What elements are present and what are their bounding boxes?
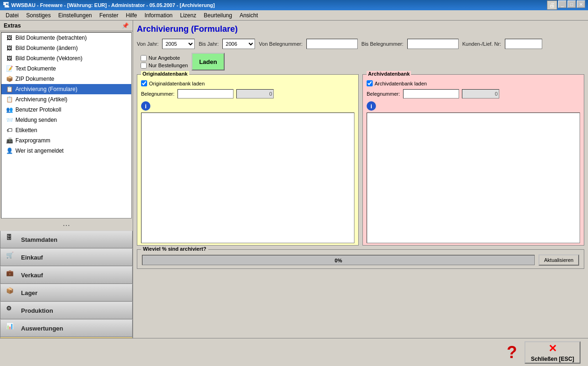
menu-sonstiges[interactable]: Sonstiges — [22, 11, 55, 20]
progress-section: Wieviel % sind archiviert? 0% Aktualisie… — [137, 249, 584, 269]
sidebar-resize-handle[interactable]: ⋯ — [0, 219, 133, 231]
bild-vektoren-icon: 🖼 — [5, 54, 14, 63]
menu-einstellungen[interactable]: Einstellungen — [55, 11, 96, 20]
nav-auswertungen[interactable]: 📊 Auswertungen — [0, 319, 133, 337]
menu-fenster[interactable]: Fenster — [96, 11, 122, 20]
panels-row: Originaldatenbank Originaldatenbank lade… — [137, 74, 584, 246]
aktualisieren-button[interactable]: Aktualisieren — [538, 254, 579, 266]
nur-bestellungen-checkbox[interactable] — [141, 63, 147, 69]
content-area: Archivierung (Formulare) Von Jahr: 2005 … — [133, 21, 588, 366]
tree-item-archivierung-artikel[interactable]: 📋 Archivierung (Artikel) — [1, 94, 131, 105]
app-logo: 🏗 — [3, 1, 9, 9]
auswertungen-icon: 📊 — [6, 323, 17, 334]
tree-item-bild-betrachten[interactable]: 🖼 Bild Dokumente (betrachten) — [1, 33, 131, 43]
maximize-button[interactable]: □ — [567, 0, 576, 8]
kunden-input[interactable] — [505, 39, 542, 49]
progress-bar: 0% — [142, 255, 535, 265]
archivierung-artikel-icon: 📋 — [5, 95, 14, 104]
bottom-bar: ? ✕ Schließen [ESC] — [0, 338, 588, 366]
bis-jahr-select[interactable]: 2006 2003200420052007 — [222, 39, 255, 49]
nur-bestellungen-label: Nur Bestellungen — [149, 63, 188, 68]
tree-item-meldung-senden[interactable]: 📨 Meldung senden — [1, 115, 131, 125]
lager-icon: 📦 — [6, 287, 17, 298]
nav-produktion[interactable]: ⚙ Produktion — [0, 302, 133, 319]
von-jahr-select[interactable]: 2005 2003200420062007 — [162, 39, 195, 49]
minimize-button[interactable]: _ — [558, 0, 567, 8]
menu-ansicht[interactable]: Ansicht — [236, 11, 262, 20]
menu-information[interactable]: Information — [141, 11, 176, 20]
sidebar-header: Extras 📌 — [0, 21, 133, 31]
menu-lizenz[interactable]: Lizenz — [177, 11, 200, 20]
zip-dokumente-icon: 📦 — [5, 75, 14, 83]
original-panel: Originaldatenbank Originaldatenbank lade… — [137, 74, 359, 246]
text-dokumente-icon: 📝 — [5, 64, 14, 73]
stammdaten-icon: 🗄 — [6, 234, 17, 245]
help-icon[interactable]: ? — [507, 343, 517, 362]
arch-info-icon: i — [367, 101, 376, 111]
orig-info-icon: i — [141, 101, 150, 111]
main-layout: Extras 📌 🖼 Bild Dokumente (betrachten) 🖼… — [0, 21, 588, 366]
tree-item-benutzer-protokoll[interactable]: 👥 Benutzer Protokoll — [1, 105, 131, 115]
tree-item-archivierung-formulare[interactable]: 📋 Archivierung (Formulare) — [1, 84, 131, 94]
einkauf-icon: 🛒 — [6, 252, 17, 263]
archive-panel-legend: Archivdatenbank — [367, 71, 411, 77]
von-beleg-input[interactable] — [306, 39, 358, 49]
arch-checkbox[interactable] — [367, 80, 373, 86]
bis-beleg-input[interactable] — [407, 39, 459, 49]
menu-beurteilung[interactable]: Beurteilung — [200, 11, 236, 20]
von-beleg-label: Von Belegnummer: — [259, 41, 303, 47]
archivierung-formulare-icon: 📋 — [5, 85, 14, 93]
etiketten-icon: 🏷 — [5, 126, 14, 134]
printer-icon[interactable]: 🖨 — [547, 0, 557, 10]
tree-item-bild-vektoren[interactable]: 🖼 Bild Dokumente (Vektoren) — [1, 53, 131, 63]
close-label: Schließen [ESC] — [531, 356, 574, 362]
meldung-senden-icon: 📨 — [5, 116, 14, 124]
original-panel-legend: Originaldatenbank — [141, 71, 189, 77]
orig-checkbox-row: Originaldatenbank laden — [141, 80, 354, 86]
arch-checkbox-label: Archivdatenbank laden — [375, 81, 427, 86]
sidebar-tree: 🖼 Bild Dokumente (betrachten) 🖼 Bild Dok… — [1, 32, 132, 218]
arch-log — [367, 113, 580, 243]
arch-beleg-input[interactable] — [403, 89, 459, 99]
title-text: WWSBAU - Freeware - [Währung: EUR] - Adm… — [11, 2, 215, 8]
menu-datei[interactable]: Datei — [2, 11, 22, 20]
nav-einkauf[interactable]: 🛒 Einkauf — [0, 248, 133, 266]
verkauf-icon: 💼 — [6, 269, 17, 281]
tree-item-zip-dokumente[interactable]: 📦 ZIP Dokumente — [1, 74, 131, 84]
nur-angebote-checkbox[interactable] — [141, 55, 147, 61]
close-x-icon: ✕ — [548, 343, 557, 355]
tree-item-bild-aendern[interactable]: 🖼 Bild Dokumente (ändern) — [1, 43, 131, 53]
menu-hilfe[interactable]: Hilfe — [122, 11, 141, 20]
pin-icon[interactable]: 📌 — [122, 22, 129, 29]
tree-item-faxprogramm[interactable]: 📠 Faxprogramm — [1, 135, 131, 146]
sidebar-nav: 🗄 Stammdaten 🛒 Einkauf 💼 Verkauf 📦 Lager… — [0, 231, 133, 355]
close-esc-button[interactable]: ✕ Schließen [ESC] — [524, 341, 581, 364]
laden-button[interactable]: Laden — [191, 53, 224, 70]
bis-beleg-label: Bis Belegnummer: — [361, 41, 404, 47]
von-jahr-label: Von Jahr: — [137, 41, 158, 47]
orig-checkbox[interactable] — [141, 80, 147, 86]
menu-bar: Datei Sonstiges Einstellungen Fenster Hi… — [0, 10, 588, 21]
orig-checkbox-label: Originaldatenbank laden — [149, 81, 205, 86]
progress-label: 0% — [142, 255, 534, 266]
close-button[interactable]: ✕ — [577, 0, 585, 8]
nav-lager[interactable]: 📦 Lager — [0, 284, 133, 302]
progress-legend: Wieviel % sind archiviert? — [141, 246, 208, 252]
kunden-label: Kunden-/Lief. Nr: — [462, 41, 501, 47]
tree-item-etiketten[interactable]: 🏷 Etiketten — [1, 125, 131, 135]
tree-item-wer-angemeldet[interactable]: 👤 Wer ist angemeldet — [1, 146, 131, 156]
checkbox-group: Nur Angebote Nur Bestellungen — [141, 55, 188, 69]
wer-angemeldet-icon: 👤 — [5, 147, 14, 155]
arch-beleg-num — [462, 89, 499, 99]
window-controls: 🖨 _ □ ✕ — [547, 0, 585, 10]
nav-stammdaten[interactable]: 🗄 Stammdaten — [0, 231, 133, 248]
nur-bestellungen-row: Nur Bestellungen — [141, 63, 188, 69]
orig-beleg-input[interactable] — [177, 89, 234, 99]
benutzer-protokoll-icon: 👥 — [5, 106, 14, 114]
archive-panel: Archivdatenbank Archivdatenbank laden Be… — [362, 74, 584, 246]
filter-row: Von Jahr: 2005 2003200420062007 Bis Jahr… — [137, 39, 584, 70]
tree-item-text-dokumente[interactable]: 📝 Text Dokumente — [1, 63, 131, 74]
nav-verkauf[interactable]: 💼 Verkauf — [0, 266, 133, 284]
orig-beleg-row: Belegnummer: — [141, 89, 354, 99]
bild-aendern-icon: 🖼 — [5, 44, 14, 52]
